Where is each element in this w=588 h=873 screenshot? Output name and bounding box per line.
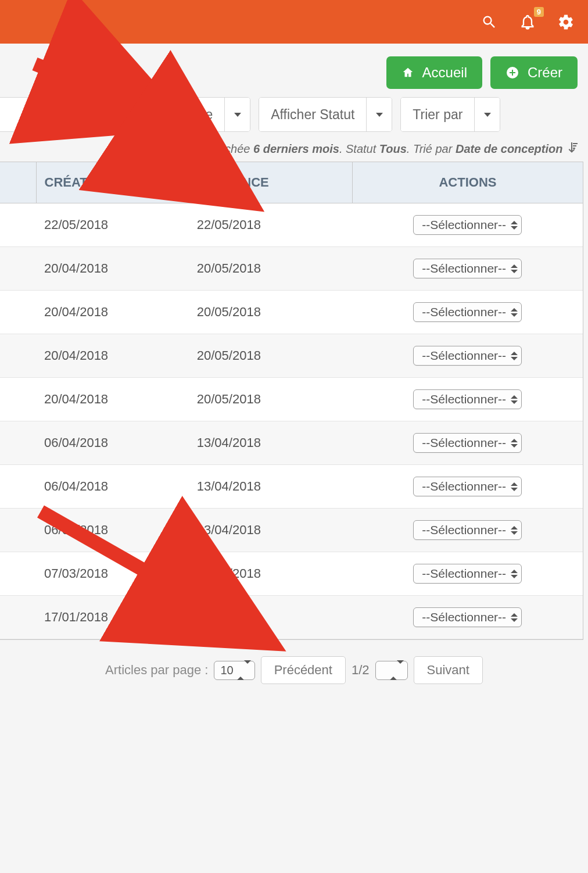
- table-row[interactable]: 22/05/201822/05/2018--Sélectionner--: [0, 203, 583, 247]
- home-button[interactable]: Accueil: [386, 56, 482, 89]
- spinner-icon: [511, 482, 518, 491]
- cell-checkbox: [0, 552, 36, 596]
- filter-summary: Période affichée 6 derniers mois. Statut…: [0, 137, 588, 162]
- cell-creation: 06/04/2018: [36, 509, 189, 552]
- row-action-select[interactable]: --Sélectionner--: [413, 215, 522, 235]
- cell-checkbox: [0, 509, 36, 552]
- sort-desc-icon: [568, 142, 578, 156]
- create-button-label: Créer: [528, 65, 562, 81]
- col-creation[interactable]: CRÉATION: [36, 162, 189, 203]
- cell-checkbox: [0, 334, 36, 378]
- svg-rect-1: [573, 145, 576, 146]
- page-jump-select[interactable]: [375, 661, 408, 680]
- status-dropdown[interactable]: Afficher Statut: [259, 97, 392, 132]
- sort-dropdown-label[interactable]: Trier par: [401, 98, 474, 131]
- cell-due: 17/01/2018: [189, 596, 353, 639]
- prev-button[interactable]: Précédent: [261, 656, 346, 684]
- status-dropdown-label[interactable]: Afficher Statut: [259, 98, 366, 131]
- action-row: Accueil Créer: [0, 44, 588, 97]
- table-row[interactable]: 20/04/201820/05/2018--Sélectionner--: [0, 334, 583, 378]
- table-row[interactable]: 17/01/201817/01/2018--Sélectionner--: [0, 596, 583, 639]
- cell-checkbox: [0, 378, 36, 421]
- cell-creation: 22/05/2018: [36, 203, 189, 247]
- table-row[interactable]: 20/04/201820/05/2018--Sélectionner--: [0, 378, 583, 421]
- cell-due: 20/05/2018: [189, 334, 353, 378]
- table-row[interactable]: 06/04/201813/04/2018--Sélectionner--: [0, 465, 583, 509]
- sort-dropdown[interactable]: Trier par: [400, 97, 500, 132]
- search-icon[interactable]: [479, 12, 500, 33]
- top-bar: 9: [0, 0, 588, 44]
- summary-sort: Date de conception: [456, 142, 562, 155]
- next-button[interactable]: Suivant: [414, 656, 483, 684]
- summary-status: Tous: [379, 142, 407, 155]
- cell-checkbox: [0, 596, 36, 639]
- row-action-select[interactable]: --Sélectionner--: [413, 346, 522, 366]
- cell-creation: 20/04/2018: [36, 247, 189, 291]
- row-action-select[interactable]: --Sélectionner--: [413, 433, 522, 453]
- page-size-select[interactable]: 10: [214, 661, 254, 680]
- cell-creation: 20/04/2018: [36, 378, 189, 421]
- table-row[interactable]: 06/04/201813/04/2018--Sélectionner--: [0, 421, 583, 465]
- cell-creation: 20/04/2018: [36, 334, 189, 378]
- spinner-icon: [237, 664, 251, 677]
- cell-actions: --Sélectionner--: [352, 334, 583, 378]
- spinner-icon: [390, 664, 404, 677]
- page-indicator: 1/2: [352, 663, 370, 678]
- table-row[interactable]: 07/03/201814/03/2018--Sélectionner--: [0, 552, 583, 596]
- period-dropdown[interactable]: Période: [155, 97, 250, 132]
- cell-creation: 20/04/2018: [36, 291, 189, 334]
- row-action-select[interactable]: --Sélectionner--: [413, 389, 522, 409]
- table-row[interactable]: 06/04/201813/04/2018--Sélectionner--: [0, 509, 583, 552]
- settings-icon[interactable]: [555, 12, 576, 33]
- create-button[interactable]: Créer: [490, 56, 578, 89]
- cell-checkbox: [0, 203, 36, 247]
- table-row[interactable]: 20/04/201820/05/2018--Sélectionner--: [0, 291, 583, 334]
- row-action-select[interactable]: --Sélectionner--: [413, 564, 522, 584]
- spinner-icon: [511, 264, 518, 273]
- row-action-select[interactable]: --Sélectionner--: [413, 477, 522, 496]
- home-button-label: Accueil: [422, 65, 467, 81]
- plus-circle-icon: [505, 66, 519, 80]
- cell-due: 13/04/2018: [189, 509, 353, 552]
- chevron-down-icon[interactable]: [224, 98, 250, 131]
- summary-period: 6 derniers mois: [253, 142, 339, 155]
- col-actions: ACTIONS: [352, 162, 583, 203]
- cell-creation: 17/01/2018: [36, 596, 189, 639]
- cell-checkbox: [0, 421, 36, 465]
- cell-creation: 07/03/2018: [36, 552, 189, 596]
- cell-actions: --Sélectionner--: [352, 421, 583, 465]
- cell-checkbox: [0, 465, 36, 509]
- table-row[interactable]: 20/04/201820/05/2018--Sélectionner--: [0, 247, 583, 291]
- cell-actions: --Sélectionner--: [352, 378, 583, 421]
- cell-due: 14/03/2018: [189, 552, 353, 596]
- spinner-icon: [511, 526, 518, 535]
- svg-rect-2: [573, 148, 575, 149]
- spinner-icon: [511, 613, 518, 622]
- chevron-down-icon[interactable]: [474, 98, 500, 131]
- row-action-select[interactable]: --Sélectionner--: [413, 520, 522, 540]
- svg-rect-0: [573, 143, 578, 144]
- spinner-icon: [511, 308, 518, 317]
- cell-actions: --Sélectionner--: [352, 552, 583, 596]
- chevron-down-icon[interactable]: [366, 98, 392, 131]
- cell-due: 13/04/2018: [189, 465, 353, 509]
- cell-due: 20/05/2018: [189, 291, 353, 334]
- row-action-select[interactable]: --Sélectionner--: [413, 259, 522, 278]
- search-input[interactable]: [0, 97, 146, 132]
- cell-actions: --Sélectionner--: [352, 596, 583, 639]
- col-due[interactable]: ÉCHÉANCE: [189, 162, 353, 203]
- cell-checkbox: [0, 247, 36, 291]
- cell-due: 13/04/2018: [189, 421, 353, 465]
- cell-creation: 06/04/2018: [36, 421, 189, 465]
- cell-due: 20/05/2018: [189, 378, 353, 421]
- bell-icon[interactable]: 9: [517, 12, 538, 33]
- data-table: CRÉATION ÉCHÉANCE ACTIONS 22/05/201822/0…: [0, 162, 583, 640]
- cell-actions: --Sélectionner--: [352, 509, 583, 552]
- cell-due: 22/05/2018: [189, 203, 353, 247]
- col-checkbox: [0, 162, 36, 203]
- row-action-select[interactable]: --Sélectionner--: [413, 607, 522, 627]
- period-dropdown-label[interactable]: Période: [155, 98, 224, 131]
- spinner-icon: [511, 570, 518, 578]
- row-action-select[interactable]: --Sélectionner--: [413, 302, 522, 322]
- cell-actions: --Sélectionner--: [352, 465, 583, 509]
